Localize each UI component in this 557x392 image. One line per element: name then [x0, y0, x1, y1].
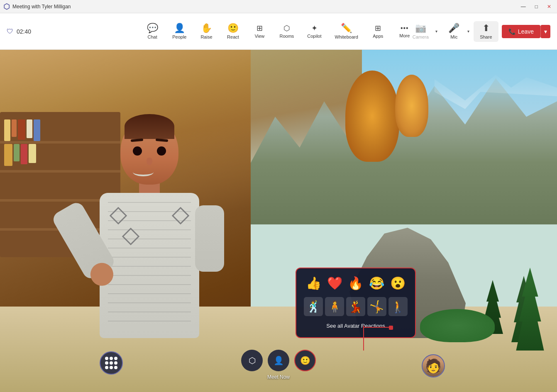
- camera-dropdown-arrow[interactable]: ▾: [435, 29, 438, 34]
- share-icon: ⬆: [482, 24, 490, 33]
- user-avatar-img: 🧑: [425, 358, 442, 374]
- avatar-smile: [133, 168, 154, 176]
- mic-icon: 🎤: [448, 24, 459, 33]
- leave-button[interactable]: 📞 Leave: [502, 25, 540, 38]
- react-icon: 🙂: [227, 24, 239, 33]
- titlebar-title: Meeting with Tyler Milligan: [12, 4, 71, 10]
- emoji-wow[interactable]: 😮: [388, 274, 407, 292]
- avatar-poses-row: 🕺 🧍 💃 🤸 🚶: [303, 297, 408, 316]
- avatar-toggle-button[interactable]: 👤: [268, 350, 289, 371]
- chat-button[interactable]: 💬 Chat: [140, 21, 165, 42]
- apps-label: Apps: [373, 34, 383, 39]
- main-video-area: 👍 ❤️ 🔥 😂 😮 🕺 🧍 💃 🤸 🚶 See all Avatar Reac…: [0, 50, 557, 392]
- titlebar-left: ⬡ Meeting with Tyler Milligan: [3, 2, 71, 11]
- camera-button[interactable]: 📷 Camera: [407, 21, 435, 42]
- toolbar-center: 💬 Chat 👤 People ✋ Raise 🙂 React ⊞ View ⬡…: [140, 21, 417, 42]
- avatar-pose-1[interactable]: 🕺: [304, 297, 323, 316]
- raise-icon: ✋: [201, 24, 212, 33]
- leave-label: Leave: [518, 28, 534, 35]
- rooms-label: Rooms: [279, 34, 294, 39]
- avatar-pose-3[interactable]: 💃: [346, 297, 365, 316]
- avatar-pose-5[interactable]: 🚶: [388, 297, 408, 316]
- whiteboard-button[interactable]: ✏️ Whiteboard: [329, 21, 364, 42]
- emoji-laugh[interactable]: 😂: [367, 274, 386, 292]
- avatar-right-arm: [195, 205, 224, 272]
- share-label: Share: [480, 34, 492, 39]
- chat-icon: 💬: [147, 24, 158, 33]
- people-button[interactable]: 👤 People: [166, 21, 192, 42]
- mic-label: Mic: [450, 34, 457, 39]
- mic-btn-group: 🎤 Mic ▾: [442, 21, 470, 42]
- emoji-fire[interactable]: 🔥: [346, 274, 365, 292]
- raise-button[interactable]: ✋ Raise: [194, 21, 219, 42]
- bushes: [420, 309, 495, 342]
- left-brow: [131, 139, 143, 142]
- left-eye: [133, 146, 142, 156]
- user-avatar-thumbnail[interactable]: 🧑: [422, 354, 445, 377]
- meeting-timer: 02:40: [17, 28, 31, 35]
- reactions-toggle-icon: 🙂: [300, 355, 310, 365]
- minimize-btn[interactable]: —: [518, 2, 528, 11]
- user-avatar-face: 🧑: [423, 355, 444, 377]
- mic-button[interactable]: 🎤 Mic: [442, 21, 467, 42]
- view-icon: ⊞: [257, 24, 263, 32]
- whiteboard-label: Whiteboard: [335, 34, 358, 39]
- emoji-thumbsup[interactable]: 👍: [304, 274, 323, 292]
- titlebar: ⬡ Meeting with Tyler Milligan — □ ✕: [0, 0, 557, 13]
- virtual-bg-button[interactable]: ⬡: [241, 350, 263, 371]
- leave-btn-group: 📞 Leave ▾: [502, 25, 550, 38]
- toolbar-left: 🛡 02:40: [7, 28, 31, 35]
- avatar-pose-2[interactable]: 🧍: [325, 297, 344, 316]
- copilot-button[interactable]: ✦ Copilot: [301, 22, 327, 41]
- leave-dropdown-button[interactable]: ▾: [540, 25, 550, 38]
- titlebar-controls: — □ ✕: [518, 2, 554, 11]
- copilot-icon: ✦: [311, 24, 318, 32]
- right-brow: [156, 139, 168, 142]
- people-icon: 👤: [174, 24, 185, 33]
- grid-button[interactable]: [100, 351, 123, 375]
- connection-line-vertical: [363, 326, 364, 351]
- avatar-hair: [125, 114, 174, 139]
- camera-label: Camera: [413, 34, 429, 39]
- avatar-head: [120, 118, 178, 185]
- copilot-label: Copilot: [307, 34, 321, 39]
- camera-btn-group: 📷 Camera ▾: [407, 21, 438, 42]
- react-button[interactable]: 🙂 React: [220, 21, 245, 42]
- rooms-button[interactable]: ⬡ Rooms: [274, 22, 300, 41]
- bottom-bar: ⬡ 👤 🙂: [241, 350, 316, 371]
- apps-button[interactable]: ⊞ Apps: [366, 22, 391, 41]
- toolbar: 🛡 02:40 💬 Chat 👤 People ✋ Raise 🙂 React …: [0, 13, 557, 50]
- view-label: View: [255, 34, 265, 39]
- react-label: React: [227, 34, 239, 39]
- leave-phone-icon: 📞: [508, 28, 515, 35]
- share-button[interactable]: ⬆ Share: [474, 21, 498, 42]
- see-all-label: See all Avatar Reactions: [326, 323, 385, 329]
- maximize-btn[interactable]: □: [533, 2, 540, 11]
- avatar-character: [71, 110, 228, 392]
- chat-label: Chat: [148, 34, 157, 39]
- avatar-toggle-icon: 👤: [274, 355, 284, 365]
- avatar-nose: [147, 158, 152, 165]
- reactions-toggle-button[interactable]: 🙂: [294, 350, 316, 371]
- camera-icon: 📷: [415, 24, 426, 33]
- reactions-popup: 👍 ❤️ 🔥 😂 😮 🕺 🧍 💃 🤸 🚶 See all Avatar Reac…: [296, 268, 416, 338]
- right-eye: [157, 146, 166, 156]
- meet-now-label: Meet Now: [267, 374, 290, 380]
- grid-dots-icon: [105, 357, 117, 369]
- emoji-heart[interactable]: ❤️: [325, 274, 344, 292]
- mic-dropdown-arrow[interactable]: ▾: [467, 29, 470, 34]
- security-icon: 🛡: [7, 28, 13, 35]
- close-btn[interactable]: ✕: [545, 2, 554, 11]
- emoji-row: 👍 ❤️ 🔥 😂 😮: [303, 274, 408, 292]
- teams-logo: ⬡: [3, 2, 10, 11]
- autumn-tree-2: [395, 75, 428, 137]
- whiteboard-icon: ✏️: [341, 24, 352, 33]
- raise-label: Raise: [200, 34, 212, 39]
- people-label: People: [172, 34, 186, 39]
- rooms-icon: ⬡: [283, 24, 290, 32]
- avatar-pose-4[interactable]: 🤸: [367, 297, 386, 316]
- view-button[interactable]: ⊞ View: [247, 22, 272, 41]
- video-background: 👍 ❤️ 🔥 😂 😮 🕺 🧍 💃 🤸 🚶 See all Avatar Reac…: [0, 50, 557, 392]
- connection-dot: [389, 326, 393, 330]
- apps-icon: ⊞: [375, 24, 381, 32]
